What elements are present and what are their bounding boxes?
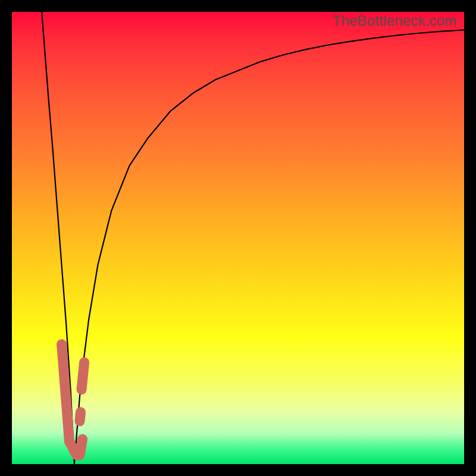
- marker-segment: [80, 439, 83, 455]
- marker-segment: [82, 362, 84, 390]
- bottleneck-curve: [42, 12, 464, 464]
- curve-svg: [12, 12, 464, 464]
- chart-frame: TheBottleneck.com: [0, 0, 476, 476]
- plot-area: TheBottleneck.com: [12, 12, 464, 464]
- marker-segment: [80, 412, 81, 421]
- vertex-markers: [62, 345, 84, 455]
